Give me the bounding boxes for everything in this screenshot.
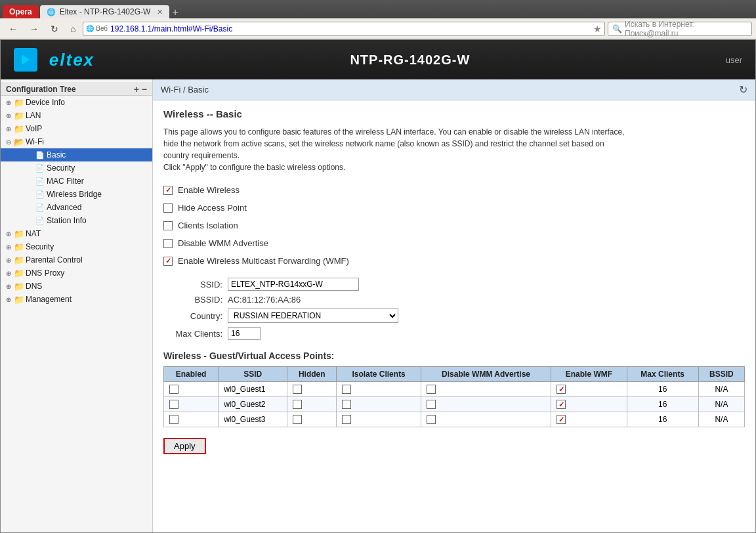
enable-wireless-label: Enable Wireless [178, 185, 240, 195]
clients-isolation-checkbox[interactable] [163, 221, 173, 230]
folder-icon: 📁 [14, 111, 24, 120]
page-icon: 📄 [35, 216, 45, 225]
remove-tree-item-button[interactable]: − [142, 85, 147, 94]
row-2-enabled-checkbox[interactable] [169, 415, 178, 424]
max-clients-input[interactable] [228, 327, 261, 340]
col-hidden: Hidden [287, 367, 337, 382]
address-input[interactable] [110, 24, 591, 33]
hide-access-point-label: Hide Access Point [178, 203, 247, 213]
max-clients-label: Max Clients: [163, 329, 222, 339]
sidebar-item-wifi-advanced[interactable]: 📄 Advanced [1, 201, 152, 214]
row-0-enable-wmf-checkbox[interactable] [556, 385, 566, 394]
row-2-disable-wmm-checkbox[interactable] [427, 415, 436, 424]
bssid-row: BSSID: AC:81:12:76:AA:86 [163, 295, 745, 305]
sidebar-item-dns-proxy[interactable]: ⊕ 📁 DNS Proxy [1, 266, 152, 280]
clients-isolation-label: Clients Isolation [178, 221, 238, 230]
guest-access-points-table: Enabled SSID Hidden Isolate Clients Disa… [163, 366, 745, 427]
sidebar-item-wifi-basic[interactable]: 📄 Basic [1, 148, 152, 161]
folder-icon: 📁 [14, 268, 24, 278]
forward-button[interactable]: → [25, 22, 43, 36]
page-title: Wireless -- Basic [163, 108, 745, 119]
tab-close-icon[interactable]: ✕ [157, 8, 163, 16]
col-enable-wmf: Enable WMF [551, 367, 627, 382]
sidebar-item-wifi[interactable]: ⊖ 📂 Wi-Fi [1, 135, 152, 148]
folder-icon: 📁 [14, 98, 24, 107]
bookmark-icon[interactable]: ★ [593, 24, 602, 34]
refresh-page-icon[interactable]: ↻ [739, 83, 747, 96]
sidebar-item-nat[interactable]: ⊕ 📁 NAT [1, 227, 152, 240]
row-1-enabled-checkbox[interactable] [169, 400, 178, 409]
folder-icon: 📁 [14, 124, 24, 133]
row-1-disable-wmm-checkbox[interactable] [427, 400, 436, 409]
sidebar-item-label: Station Info [47, 216, 87, 225]
folder-icon: 📁 [14, 295, 24, 304]
sidebar-item-label: Basic [47, 150, 66, 160]
sidebar-item-management[interactable]: ⊕ 📁 Management [1, 293, 152, 306]
tree-toggle-voip: ⊕ [3, 123, 14, 134]
apply-button[interactable]: Apply [163, 438, 206, 454]
enable-wmf-row: Enable Wireless Multicast Forwarding (WM… [163, 255, 745, 267]
sidebar-item-label: MAC Filter [47, 177, 84, 186]
row-1-enable-wmf-checkbox[interactable] [556, 400, 566, 409]
content-area: Wi-Fi / Basic ↻ Wireless -- Basic This p… [153, 79, 755, 532]
logo-icon [14, 48, 37, 72]
back-button[interactable]: ← [4, 22, 22, 36]
sidebar-item-wifi-security[interactable]: 📄 Security [1, 161, 152, 175]
ssid-input[interactable] [228, 278, 359, 291]
enable-wireless-checkbox[interactable] [163, 186, 173, 195]
add-tree-item-button[interactable]: + [134, 85, 139, 94]
sidebar-item-label: Device Info [26, 98, 65, 107]
home-button[interactable]: ⌂ [66, 22, 80, 36]
row-2-isolate-checkbox[interactable] [342, 415, 351, 424]
breadcrumb: Wi-Fi / Basic [161, 85, 209, 95]
country-row: Country: RUSSIAN FEDERATION [163, 309, 745, 323]
options-section: Enable Wireless Hide Access Point Client… [163, 184, 745, 267]
page-icon: 📄 [35, 150, 45, 160]
sidebar-item-label: Parental Control [26, 255, 83, 265]
disable-wmm-checkbox[interactable] [163, 239, 173, 248]
row-2-isolate-cell [337, 412, 421, 427]
row-1-hidden-checkbox[interactable] [293, 400, 302, 409]
max-clients-row: Max Clients: [163, 327, 745, 340]
sidebar-item-label: Management [26, 295, 72, 304]
address-bar[interactable]: 🌐 Веб ★ [83, 22, 605, 36]
row-0-hidden-cell [287, 382, 337, 397]
sidebar-item-label: Security [47, 163, 75, 173]
country-select[interactable]: RUSSIAN FEDERATION [228, 309, 398, 323]
sidebar-item-label: Advanced [47, 203, 81, 212]
tree-toggle-lan: ⊕ [3, 110, 14, 121]
sidebar-item-lan[interactable]: ⊕ 📁 LAN [1, 109, 152, 122]
desc-line4: Click "Apply" to configure the basic wir… [163, 163, 345, 172]
sidebar-item-wifi-wireless-bridge[interactable]: 📄 Wireless Bridge [1, 188, 152, 201]
page-tab[interactable]: 🌐 Eltex - NTP-RG-1402G-W ✕ [40, 5, 170, 18]
opera-tab[interactable]: Opera [3, 5, 39, 18]
hide-access-point-checkbox[interactable] [163, 203, 173, 213]
hide-access-point-row: Hide Access Point [163, 202, 745, 214]
clients-isolation-row: Clients Isolation [163, 219, 745, 232]
col-bssid: BSSID [698, 367, 744, 382]
sidebar-item-wifi-mac-filter[interactable]: 📄 MAC Filter [1, 175, 152, 188]
folder-icon: 📁 [14, 255, 24, 265]
sidebar-item-dns[interactable]: ⊕ 📁 DNS [1, 280, 152, 293]
table-row: wl0_Guest316N/A [164, 412, 745, 427]
sidebar-item-wifi-station-info[interactable]: 📄 Station Info [1, 214, 152, 227]
ssid-row: SSID: [163, 278, 745, 291]
sidebar-item-security[interactable]: ⊕ 📁 Security [1, 240, 152, 253]
row-0-isolate-checkbox[interactable] [342, 385, 351, 394]
row-0-hidden-checkbox[interactable] [293, 385, 302, 394]
refresh-button[interactable]: ↻ [46, 22, 63, 36]
row-0-enabled-checkbox[interactable] [169, 385, 178, 394]
row-1-hidden-cell [287, 397, 337, 412]
enable-wmf-checkbox[interactable] [163, 257, 173, 266]
row-0-disable-wmm-checkbox[interactable] [427, 385, 436, 394]
row-2-hidden-checkbox[interactable] [293, 415, 302, 424]
page-description: This page allows you to configure basic … [163, 126, 745, 173]
row-2-enable-wmf-checkbox[interactable] [556, 415, 566, 424]
new-tab-button[interactable]: + [172, 7, 178, 18]
row-1-isolate-checkbox[interactable] [342, 400, 351, 409]
sidebar-item-voip[interactable]: ⊕ 📁 VoIP [1, 122, 152, 135]
sidebar-item-label: LAN [26, 111, 41, 120]
sidebar-item-device-info[interactable]: ⊕ 📁 Device Info [1, 96, 152, 109]
sidebar-item-parental-control[interactable]: ⊕ 📁 Parental Control [1, 253, 152, 266]
row-1-isolate-cell [337, 397, 421, 412]
